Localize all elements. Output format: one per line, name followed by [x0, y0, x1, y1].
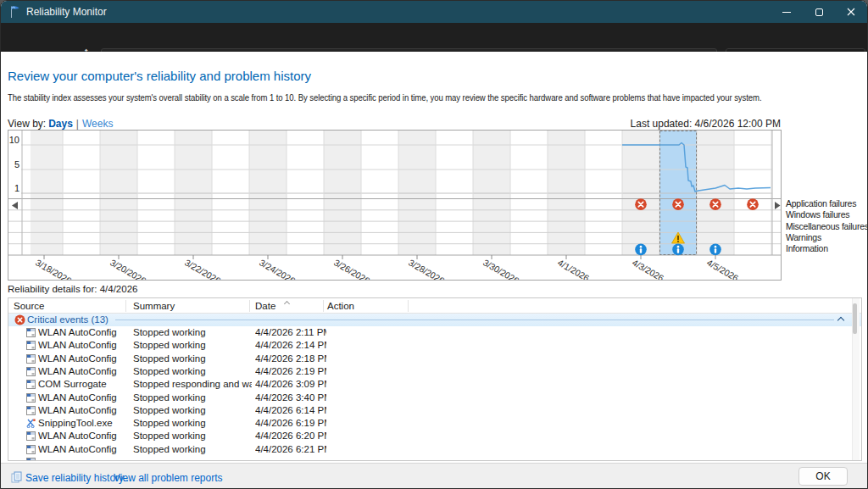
table-rows: WLAN AutoConfigStopped working4/4/2026 2… [8, 326, 861, 460]
snipping-tool-icon [26, 419, 36, 428]
navigation-bar: ← → ↑ ›Control Panel›System and Security… [1, 23, 867, 52]
page-title: Review your computer's reliability and p… [8, 69, 311, 83]
svg-text:1: 1 [14, 183, 19, 193]
svg-text:3/26/2026: 3/26/2026 [332, 257, 372, 280]
svg-text:3/30/2026: 3/30/2026 [481, 257, 521, 280]
view-by-label: View by: [8, 118, 46, 130]
svg-text:10: 10 [9, 135, 19, 145]
minimize-button[interactable] [771, 1, 803, 23]
window-title: Reliability Monitor [26, 6, 107, 18]
column-header-summary[interactable]: Summary [133, 301, 175, 311]
cell-summary: Stopped working [133, 392, 252, 403]
column-header-action[interactable]: Action [327, 301, 354, 311]
application-icon [26, 354, 36, 364]
svg-text:5: 5 [14, 159, 19, 169]
cell-source: WLAN AutoConfig [38, 431, 123, 441]
table-row[interactable]: WLAN AutoConfigStopped working4/4/2026 3… [8, 392, 861, 404]
column-header-date[interactable]: Date [255, 301, 275, 311]
cell-summary: Stopped working [133, 353, 252, 364]
table-row[interactable]: WLAN AutoConfigStopped working4/4/2026 2… [8, 326, 861, 339]
cell-source: WLAN AutoConfig [38, 340, 123, 350]
svg-text:3/20/2026: 3/20/2026 [108, 257, 148, 280]
page-description: The stability index assesses your system… [8, 92, 761, 103]
last-updated-label: Last updated: 4/6/2026 12:00 PM [631, 118, 781, 130]
application-icon [26, 406, 36, 415]
ok-button[interactable]: OK [798, 467, 848, 486]
stability-chart-box: 10513/18/20263/20/20263/22/20263/24/2026… [8, 130, 782, 281]
stability-chart[interactable]: 10513/18/20263/20/20263/22/20263/24/2026… [8, 131, 781, 280]
table-header: Source Summary Date Action [8, 298, 861, 314]
application-icon [26, 393, 36, 403]
collapse-chevron-icon[interactable] [837, 317, 844, 324]
cell-source: WLAN AutoConfig [38, 366, 123, 376]
view-weeks-link[interactable]: Weeks [82, 118, 113, 130]
table-row[interactable]: WLAN AutoConfigStopped working4/4/2026 2… [8, 339, 861, 352]
main-content: Review your computer's reliability and p… [1, 52, 867, 463]
application-icon [26, 341, 36, 350]
table-row[interactable]: SnippingTool.exeStopped working4/4/2026 … [8, 417, 861, 430]
cell-summary: Stopped responding and was cl... [133, 379, 252, 389]
scrollbar-thumb[interactable] [853, 303, 857, 334]
svg-text:4/1/2026: 4/1/2026 [556, 257, 592, 280]
maximize-button[interactable] [803, 1, 835, 23]
details-label: Reliability details for: 4/4/2026 [8, 284, 137, 294]
cell-source: SnippingTool.exe [38, 418, 123, 428]
svg-text:4/5/2026: 4/5/2026 [705, 257, 741, 280]
application-icon [26, 380, 36, 389]
cell-summary: Stopped working [133, 405, 252, 415]
svg-text:3/28/2026: 3/28/2026 [407, 257, 447, 280]
cell-summary: Stopped working [133, 340, 252, 350]
cell-date: 4/4/2026 2:11 PM [255, 327, 326, 337]
legend-item: Miscellaneous failures [786, 221, 868, 232]
chart-scroll-right-icon [775, 202, 781, 209]
table-row[interactable]: COM SurrogateStopped responding and was … [8, 378, 861, 391]
reliability-monitor-window: Reliability Monitor ← → ↑ ›Control Panel… [0, 0, 868, 489]
table-row[interactable]: WLAN AutoConfigStopped working4/4/2026 2… [8, 353, 861, 365]
critical-error-icon [14, 314, 25, 325]
critical-events-group-row[interactable]: Critical events (13) [8, 314, 861, 326]
cell-summary: Stopped working [133, 431, 252, 441]
legend-item: Warnings [786, 232, 868, 243]
application-icon [26, 367, 36, 376]
table-scrollbar[interactable] [852, 298, 860, 460]
cell-date: 4/4/2026 3:09 PM [255, 379, 326, 389]
cell-summary: Stopped working [133, 366, 252, 376]
legend-item: Information [786, 243, 868, 254]
application-icon [26, 458, 36, 460]
view-divider: | [76, 118, 79, 130]
cell-summary: Stopped working [133, 418, 252, 428]
cell-date: 4/4/2026 2:14 PM [255, 340, 326, 350]
view-days-link[interactable]: Days [48, 118, 73, 130]
column-header-source[interactable]: Source [14, 301, 44, 311]
application-icon [26, 328, 36, 337]
close-icon [847, 8, 855, 16]
cell-date: 4/4/2026 6:14 PM [255, 405, 326, 415]
cell-source: WLAN AutoConfig [38, 405, 123, 415]
chart-legend: Application failuresWindows failuresMisc… [786, 198, 868, 254]
footer-bar: Save reliability history... View all pro… [1, 463, 867, 489]
cell-date: 4/4/2026 2:19 PM [255, 366, 326, 376]
application-icon [26, 431, 36, 441]
save-history-icon [11, 471, 23, 483]
cell-source: WLAN AutoConfig [38, 444, 123, 454]
cell-source: WLAN AutoConfig [38, 353, 123, 364]
svg-text:3/24/2026: 3/24/2026 [258, 257, 298, 280]
view-by-bar: View by:Days|Weeks [8, 118, 113, 130]
critical-events-label: Critical events (13) [27, 314, 108, 325]
cell-date: 4/4/2026 6:19 PM [255, 418, 326, 428]
cell-date: 4/4/2026 6:21 PM [255, 444, 326, 454]
table-row[interactable]: WLAN AutoConfigStopped working4/4/2026 6… [8, 404, 861, 417]
table-row[interactable] [8, 456, 861, 460]
close-button[interactable] [835, 1, 867, 23]
cell-source: WLAN AutoConfig [38, 327, 123, 337]
application-icon [26, 445, 36, 454]
cell-date: 4/4/2026 3:40 PM [255, 392, 326, 403]
view-all-problem-reports-link[interactable]: View all problem reports [114, 472, 223, 484]
cell-source: COM Surrogate [38, 379, 123, 389]
table-row[interactable]: WLAN AutoConfigStopped working4/4/2026 6… [8, 443, 861, 456]
table-row[interactable]: WLAN AutoConfigStopped working4/4/2026 2… [8, 365, 861, 378]
svg-text:3/22/2026: 3/22/2026 [183, 257, 223, 280]
cell-summary: Stopped working [133, 327, 252, 337]
legend-item: Windows failures [786, 209, 868, 220]
table-row[interactable]: WLAN AutoConfigStopped working4/4/2026 6… [8, 430, 861, 442]
